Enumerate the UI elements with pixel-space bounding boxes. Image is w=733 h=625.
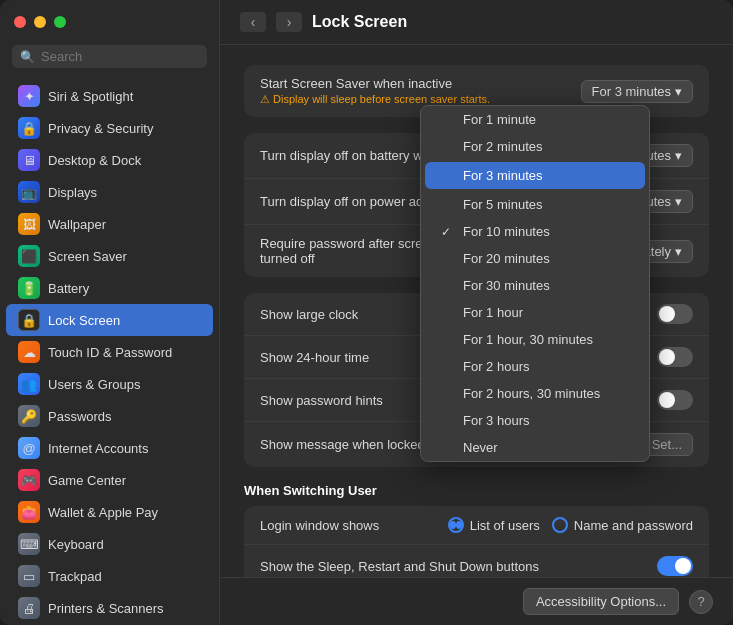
back-button[interactable]: ‹: [240, 12, 266, 32]
sidebar: 🔍 ✦ Siri & Spotlight 🔒 Privacy & Securit…: [0, 0, 220, 625]
dropdown-item-7[interactable]: For 1 hour: [421, 299, 649, 326]
privacy-icon: 🔒: [18, 117, 40, 139]
sidebar-item-passwords[interactable]: 🔑 Passwords: [6, 400, 213, 432]
minimize-button[interactable]: [34, 16, 46, 28]
sidebar-item-keyboard[interactable]: ⌨ Keyboard: [6, 528, 213, 560]
switching-settings: Login window shows List of users Name an…: [244, 506, 709, 577]
sidebar-item-lockscreen[interactable]: 🔒 Lock Screen: [6, 304, 213, 336]
top-bar: ‹ › Lock Screen: [220, 0, 733, 45]
sidebar-item-label: Touch ID & Password: [48, 345, 172, 360]
name-password-label: Name and password: [574, 518, 693, 533]
sidebar-item-label: Trackpad: [48, 569, 102, 584]
chevron-down-icon: ▾: [675, 194, 682, 209]
sidebar-item-battery[interactable]: 🔋 Battery: [6, 272, 213, 304]
sidebar-item-privacy[interactable]: 🔒 Privacy & Security: [6, 112, 213, 144]
dropdown-menu: For 1 minute For 2 minutes For 3 minutes…: [420, 105, 650, 462]
chevron-down-icon: ▾: [675, 244, 682, 259]
dropdown-item-12[interactable]: Never: [421, 434, 649, 461]
when-switching-section: When Switching User Login window shows L…: [244, 483, 709, 577]
search-box[interactable]: 🔍: [12, 45, 207, 68]
screen-saver-dropdown[interactable]: For 3 minutes ▾: [581, 80, 693, 103]
sidebar-item-screensaver[interactable]: ⬛ Screen Saver: [6, 240, 213, 272]
sidebar-item-label: Printers & Scanners: [48, 601, 164, 616]
keyboard-icon: ⌨: [18, 533, 40, 555]
sidebar-item-label: Game Center: [48, 473, 126, 488]
name-password-radio[interactable]: [552, 517, 568, 533]
dropdown-item-3[interactable]: For 5 minutes: [421, 191, 649, 218]
hour24-toggle[interactable]: [657, 347, 693, 367]
dropdown-item-6[interactable]: For 30 minutes: [421, 272, 649, 299]
sleep-restart-toggle[interactable]: [657, 556, 693, 576]
dropdown-item-9[interactable]: For 2 hours: [421, 353, 649, 380]
sidebar-item-label: Passwords: [48, 409, 112, 424]
sidebar-item-touchid[interactable]: ☁ Touch ID & Password: [6, 336, 213, 368]
sidebar-item-label: Screen Saver: [48, 249, 127, 264]
dropdown-item-10[interactable]: For 2 hours, 30 minutes: [421, 380, 649, 407]
close-button[interactable]: [14, 16, 26, 28]
internet-icon: @: [18, 437, 40, 459]
sidebar-item-label: Wallpaper: [48, 217, 106, 232]
wallet-icon: 👛: [18, 501, 40, 523]
forward-button[interactable]: ›: [276, 12, 302, 32]
sidebar-item-label: Lock Screen: [48, 313, 120, 328]
dropdown-item-0[interactable]: For 1 minute: [421, 106, 649, 133]
screensaver-icon: ⬛: [18, 245, 40, 267]
sleep-restart-row: Show the Sleep, Restart and Shut Down bu…: [244, 545, 709, 577]
sidebar-item-gamecenter[interactable]: 🎮 Game Center: [6, 464, 213, 496]
battery-icon: 🔋: [18, 277, 40, 299]
displays-icon: 📺: [18, 181, 40, 203]
sidebar-item-internet[interactable]: @ Internet Accounts: [6, 432, 213, 464]
wallpaper-icon: 🖼: [18, 213, 40, 235]
login-window-row: Login window shows List of users Name an…: [244, 506, 709, 545]
page-title: Lock Screen: [312, 13, 407, 31]
sidebar-item-label: Desktop & Dock: [48, 153, 141, 168]
sidebar-item-desktop[interactable]: 🖥 Desktop & Dock: [6, 144, 213, 176]
sidebar-item-displays[interactable]: 📺 Displays: [6, 176, 213, 208]
sidebar-item-wallpaper[interactable]: 🖼 Wallpaper: [6, 208, 213, 240]
search-input[interactable]: [41, 49, 199, 64]
passwords-icon: 🔑: [18, 405, 40, 427]
sidebar-item-trackpad[interactable]: ▭ Trackpad: [6, 560, 213, 592]
trackpad-icon: ▭: [18, 565, 40, 587]
lockscreen-icon: 🔒: [18, 309, 40, 331]
siri-icon: ✦: [18, 85, 40, 107]
touchid-icon: ☁: [18, 341, 40, 363]
sidebar-item-label: Keyboard: [48, 537, 104, 552]
checkmark-4: ✓: [441, 225, 455, 239]
chevron-down-icon: ▾: [675, 84, 682, 99]
dropdown-item-4[interactable]: ✓ For 10 minutes: [421, 218, 649, 245]
dropdown-item-11[interactable]: For 3 hours: [421, 407, 649, 434]
users-icon: 👥: [18, 373, 40, 395]
password-hints-toggle[interactable]: [657, 390, 693, 410]
printers-icon: 🖨: [18, 597, 40, 619]
dropdown-item-8[interactable]: For 1 hour, 30 minutes: [421, 326, 649, 353]
settings-area: Start Screen Saver when inactive ⚠ Displ…: [220, 45, 733, 577]
list-users-option[interactable]: List of users: [448, 517, 540, 533]
list-users-radio[interactable]: [448, 517, 464, 533]
large-clock-toggle[interactable]: [657, 304, 693, 324]
sleep-restart-label: Show the Sleep, Restart and Shut Down bu…: [260, 559, 657, 574]
maximize-button[interactable]: [54, 16, 66, 28]
dropdown-item-2[interactable]: For 3 minutes: [425, 162, 645, 189]
sidebar-item-printers[interactable]: 🖨 Printers & Scanners: [6, 592, 213, 624]
when-switching-heading: When Switching User: [244, 483, 709, 498]
sidebar-item-label: Privacy & Security: [48, 121, 153, 136]
sidebar-item-label: Siri & Spotlight: [48, 89, 133, 104]
main-content: ‹ › Lock Screen Start Screen Saver when …: [220, 0, 733, 625]
search-icon: 🔍: [20, 50, 35, 64]
login-window-label: Login window shows: [260, 518, 448, 533]
help-button[interactable]: ?: [689, 590, 713, 614]
list-users-label: List of users: [470, 518, 540, 533]
sidebar-item-wallet[interactable]: 👛 Wallet & Apple Pay: [6, 496, 213, 528]
accessibility-options-button[interactable]: Accessibility Options...: [523, 588, 679, 615]
sidebar-item-label: Displays: [48, 185, 97, 200]
dropdown-item-5[interactable]: For 20 minutes: [421, 245, 649, 272]
sidebar-item-users[interactable]: 👥 Users & Groups: [6, 368, 213, 400]
sidebar-item-label: Users & Groups: [48, 377, 140, 392]
name-password-option[interactable]: Name and password: [552, 517, 693, 533]
sidebar-item-label: Battery: [48, 281, 89, 296]
sidebar-item-siri[interactable]: ✦ Siri & Spotlight: [6, 80, 213, 112]
sidebar-item-label: Internet Accounts: [48, 441, 148, 456]
desktop-icon: 🖥: [18, 149, 40, 171]
dropdown-item-1[interactable]: For 2 minutes: [421, 133, 649, 160]
